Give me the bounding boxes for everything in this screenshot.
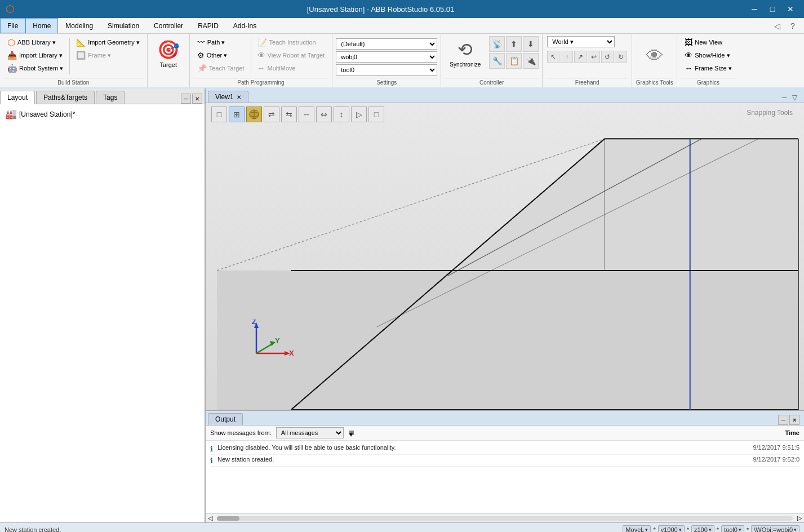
menu-item-controller[interactable]: Controller xyxy=(146,18,190,33)
tab-tags[interactable]: Tags xyxy=(96,91,125,104)
menu-item-modeling[interactable]: Modeling xyxy=(58,18,100,33)
close-button[interactable]: ✕ xyxy=(783,3,798,15)
output-time-header: Time xyxy=(785,429,799,436)
new-view-button[interactable]: 🖼 New View xyxy=(681,36,735,48)
snap-tools-label: Snapping Tools xyxy=(747,109,793,117)
path-programming-label: Path Programming xyxy=(193,78,329,87)
view-tab-view1[interactable]: View1 ✕ xyxy=(208,91,248,103)
filter-select[interactable]: All messages xyxy=(276,427,344,438)
scroll-right-btn[interactable]: ▷ xyxy=(795,515,804,522)
view-area-maximize-btn[interactable]: ▽ xyxy=(789,92,799,103)
z100-dropdown[interactable]: z100 ▾ xyxy=(691,525,714,533)
tool-select[interactable]: tool0 xyxy=(336,64,437,76)
ctrl-btn-1[interactable]: 📡 xyxy=(489,36,505,52)
teach-target-button: 📌 Teach Target xyxy=(193,62,248,74)
world-select[interactable]: World ▾ xyxy=(547,36,615,47)
robot-system-button[interactable]: 🤖 Robot System ▾ xyxy=(3,62,67,74)
menu-item-addins[interactable]: Add-Ins xyxy=(226,18,264,33)
vp-btn5[interactable]: ⇆ xyxy=(281,107,297,122)
svg-text:Z: Z xyxy=(252,320,256,326)
frame-size-button[interactable]: ↔ Frame Size ▾ xyxy=(681,62,735,74)
target-button[interactable]: 🎯 Target xyxy=(151,36,186,71)
menu-bar: File Home Modeling Simulation Controller… xyxy=(0,18,804,34)
tab-layout[interactable]: Layout xyxy=(0,91,35,104)
output-tab-output[interactable]: Output xyxy=(208,413,243,425)
freehand-btn-5[interactable]: ↺ xyxy=(601,51,614,63)
vp-btn4[interactable]: ⇄ xyxy=(264,107,279,122)
vp-btn9[interactable]: ▷ xyxy=(351,107,367,122)
freehand-btn-6[interactable]: ↻ xyxy=(615,51,627,63)
tree-item-station[interactable]: 🏭 [Unsaved Station]* xyxy=(3,108,201,121)
output-close-btn[interactable]: ✕ xyxy=(789,415,799,425)
wobj-dropdown[interactable]: \WObj:=wobj0 ▾ xyxy=(751,525,799,533)
vp-btn10[interactable]: □ xyxy=(368,107,384,122)
show-hide-button[interactable]: 👁 Show/Hide ▾ xyxy=(681,49,735,61)
status-right: MoveL ▾ * v1000 ▾ * z100 ▾ * tool0 ▾ * \… xyxy=(623,525,799,533)
help-back-icon[interactable]: ◁ xyxy=(770,19,784,33)
view-area-minimize-btn[interactable]: ─ xyxy=(779,92,789,103)
viewport[interactable]: □ ⊞ ⇄ ⇆ ↔ ⇔ ↕ ▷ □ Snapping Tools xyxy=(206,103,804,410)
svg-text:Y: Y xyxy=(275,336,280,345)
show-hide-icon: 👁 xyxy=(685,51,692,60)
freehand-btn-4[interactable]: ↩ xyxy=(588,51,600,63)
freehand-btn-1[interactable]: ↖ xyxy=(547,51,559,63)
scrollbar-thumb[interactable] xyxy=(217,516,239,521)
v1000-dropdown[interactable]: v1000 ▾ xyxy=(658,525,685,533)
tool0-dropdown[interactable]: tool0 ▾ xyxy=(721,525,744,533)
output-message-1: Licensing disabled. You will still be ab… xyxy=(217,444,748,451)
scrollbar-track[interactable] xyxy=(217,516,793,521)
svg-marker-4 xyxy=(217,271,798,410)
svg-text:X: X xyxy=(289,349,294,357)
view-tabs: View1 ✕ ─ ▽ xyxy=(206,88,804,103)
output-timestamp-2: 9/12/2017 9:52:0 xyxy=(753,456,799,463)
menu-item-rapid[interactable]: RAPID xyxy=(190,18,226,33)
panel-minimize-btn[interactable]: ─ xyxy=(181,94,191,104)
output-minimize-btn[interactable]: ─ xyxy=(778,415,788,425)
output-content: ℹ Licensing disabled. You will still be … xyxy=(206,441,804,513)
ctrl-btn-5[interactable]: 📋 xyxy=(506,53,522,69)
menu-item-home[interactable]: Home xyxy=(25,18,58,33)
restore-button[interactable]: □ xyxy=(765,3,780,15)
vp-btn6[interactable]: ↔ xyxy=(299,107,314,122)
tab-paths-targets[interactable]: Paths&Targets xyxy=(36,91,95,104)
menu-item-file[interactable]: File xyxy=(0,18,25,33)
help-icon[interactable]: ? xyxy=(786,19,799,33)
menu-item-simulation[interactable]: Simulation xyxy=(100,18,146,33)
ctrl-btn-2[interactable]: ⬆ xyxy=(506,36,522,52)
ribbon-target-group: 🎯 Target Target xyxy=(148,34,190,87)
frame-button[interactable]: 🔲 Frame ▾ xyxy=(72,49,144,61)
graphics-tools-label: Graphics Tools xyxy=(636,78,673,87)
minimize-button[interactable]: ─ xyxy=(747,3,762,15)
vp-texture-btn[interactable] xyxy=(246,107,262,122)
ctrl-btn-4[interactable]: 🔧 xyxy=(489,53,505,69)
wobj-select[interactable]: wobj0 xyxy=(336,51,437,63)
other-button[interactable]: ⚙ Other ▾ xyxy=(193,49,248,61)
vp-view-btn[interactable]: ⊞ xyxy=(229,107,245,122)
output-row-1: ℹ Licensing disabled. You will still be … xyxy=(210,443,799,455)
app-logo: ⬡ xyxy=(6,3,15,15)
main-area: Layout Paths&Targets Tags ─ ✕ 🏭 [Unsaved… xyxy=(0,88,804,522)
filter-dropdown-btn[interactable]: ▾ xyxy=(349,431,354,435)
vp-btn8[interactable]: ↕ xyxy=(334,107,349,122)
output-info-icon-2: ℹ xyxy=(210,456,213,465)
path-button[interactable]: 〰 Path ▾ xyxy=(193,36,248,48)
ctrl-btn-3[interactable]: ⬇ xyxy=(523,36,539,52)
separator1 xyxy=(69,38,70,74)
default-select[interactable]: (Default) xyxy=(336,38,437,50)
vp-select-btn[interactable]: □ xyxy=(211,107,227,122)
import-geometry-button[interactable]: 📐 Import Geometry ▾ xyxy=(72,36,144,48)
freehand-btn-2[interactable]: ↑ xyxy=(561,51,573,63)
view-tab-close-btn[interactable]: ✕ xyxy=(237,94,241,100)
ctrl-btn-6[interactable]: 🔌 xyxy=(523,53,539,69)
svg-line-19 xyxy=(256,343,273,353)
movel-dropdown[interactable]: MoveL ▾ xyxy=(623,525,651,533)
abb-library-icon: ⬡ xyxy=(7,37,15,48)
scroll-left-btn[interactable]: ◁ xyxy=(206,515,215,522)
vp-btn7[interactable]: ⇔ xyxy=(316,107,332,122)
freehand-btn-3[interactable]: ↗ xyxy=(574,51,587,63)
synchronize-button[interactable]: ⟲ Synchronize xyxy=(445,36,486,70)
abb-library-button[interactable]: ⬡ ABB Library ▾ xyxy=(3,36,67,48)
import-library-button[interactable]: 📥 Import Library ▾ xyxy=(3,49,67,61)
panel-close-btn[interactable]: ✕ xyxy=(192,94,202,104)
output-scrollbar[interactable]: ◁ ▷ xyxy=(206,513,804,522)
